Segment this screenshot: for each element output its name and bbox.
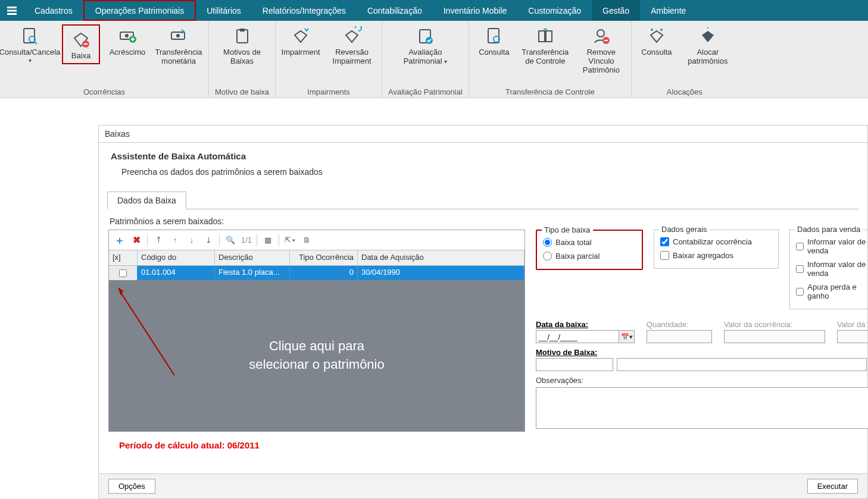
svg-point-24 — [597, 30, 604, 37]
period-label: Período de cálculo atual: 06/2011 — [108, 432, 525, 459]
delete-record-button[interactable]: ✖ — [129, 233, 143, 247]
wizard-title: Assistente de Baixa Automática — [111, 151, 855, 161]
menu-cadastros[interactable]: Cadastros — [24, 0, 83, 21]
ribbon-aloc-alocar[interactable]: Alocar patrimônios — [684, 24, 732, 66]
radio[interactable] — [543, 252, 552, 261]
document-button[interactable]: 🗎 — [299, 233, 314, 247]
chevron-down-icon: ▾ — [292, 237, 295, 243]
svg-rect-22 — [539, 31, 545, 42]
chk-apura[interactable]: Apura perda e ganho — [796, 280, 868, 303]
svg-marker-30 — [702, 31, 714, 42]
menu-operacoes-patrimoniais[interactable]: Operações Patrimoniais — [83, 0, 196, 21]
col-checkbox[interactable]: [x] — [109, 250, 138, 265]
last-page-button[interactable]: ⤓ — [201, 233, 216, 247]
legend: Tipo de baixa — [542, 225, 593, 234]
fld-quantidade: Quantidade: — [647, 320, 712, 343]
chk-label: Informar valor de venda — [807, 260, 868, 278]
panel-footer: Opções Executar — [99, 473, 867, 498]
col-codigo[interactable]: Código do — [138, 250, 215, 265]
table-row[interactable]: 01.01.004 Fiesta 1.0 placa... 0 30/04/19… — [109, 266, 524, 280]
data-baixa-input[interactable] — [536, 330, 619, 343]
diamond-undo-icon — [340, 24, 364, 48]
ribbon-group-label: Impairments — [307, 86, 350, 96]
col-descricao[interactable]: Descrição — [215, 250, 290, 265]
ribbon-reversao-impairment[interactable]: Reversão Impairment — [328, 24, 376, 66]
wizard-tabs: Dados da Baixa — [107, 191, 859, 209]
document-icon: 🗎 — [303, 236, 311, 244]
separator — [219, 234, 220, 246]
money-transfer-icon — [167, 24, 191, 48]
fld-motivo-baixa: Motivo de Baixa: — [536, 348, 867, 371]
ribbon-group-label: Alocações — [667, 86, 702, 96]
ribbon-avaliacao-patrimonial[interactable]: Avaliação Patrimonial ▾ — [401, 24, 449, 66]
executar-button[interactable]: Executar — [807, 479, 858, 494]
calendar-button[interactable]: 📅▾ — [619, 330, 635, 343]
menu-relatorios[interactable]: Relatórios/Integrações — [252, 0, 357, 21]
money-plus-icon — [115, 24, 139, 48]
first-page-button[interactable]: ⤒ — [151, 233, 166, 247]
chk-baixar-agregados[interactable]: Baixar agregados — [660, 249, 772, 262]
add-record-button[interactable]: ＋ — [113, 233, 127, 247]
ribbon-aloc-consulta[interactable]: Consulta — [638, 24, 676, 57]
menu-contabilizacao[interactable]: Contabilização — [357, 0, 433, 21]
ribbon-impairment[interactable]: Impairment — [282, 24, 320, 57]
label: Data da baixa: — [536, 320, 635, 329]
ribbon-group-alocacoes: Consulta Alocar patrimônios Alocações — [632, 21, 738, 98]
search-button[interactable]: 🔍 — [223, 233, 238, 247]
columns-button[interactable]: ▦ — [261, 233, 275, 247]
menu-gestao[interactable]: Gestão — [592, 0, 640, 21]
grid-section-label: Patrimônios a serem baixados: — [99, 209, 867, 230]
radio[interactable] — [543, 238, 552, 247]
ribbon-label: Reversão Impairment — [328, 48, 376, 66]
ribbon-baixa[interactable]: Baixa — [62, 24, 100, 64]
ribbon-label: Consulta — [479, 48, 509, 57]
ribbon-motivos-baixas[interactable]: Motivos de Baixas — [218, 24, 266, 66]
chk-valor-venda-2[interactable]: Informar valor de venda — [796, 258, 868, 280]
ribbon-group-ocorrencias: Consulta/Cancela ▾ Baixa Acréscimo Trans… — [0, 21, 209, 98]
radio-baixa-total[interactable]: Baixa total — [543, 236, 636, 249]
checkbox[interactable] — [119, 269, 127, 277]
opcoes-button[interactable]: Opções — [108, 479, 155, 494]
checkbox[interactable] — [660, 251, 669, 260]
col-tipo-ocorrencia[interactable]: Tipo Ocorrência — [290, 250, 358, 265]
ribbon-label: Remove Vínculo Patrimônio — [577, 48, 625, 75]
tab-dados-baixa[interactable]: Dados da Baixa — [107, 192, 186, 209]
prev-button[interactable]: ↑ — [168, 233, 182, 247]
chk-label: Apura perda e ganho — [807, 283, 868, 300]
svg-rect-26 — [604, 40, 608, 41]
menu-utilitarios[interactable]: Utilitários — [196, 0, 252, 21]
ribbon-acrescimo[interactable]: Acréscimo — [108, 24, 146, 57]
ribbon-group-label: Avaliação Patrimonial — [388, 86, 463, 96]
svg-rect-2 — [7, 13, 17, 15]
checkbox[interactable] — [796, 287, 804, 296]
chk-valor-venda-1[interactable]: Informar valor de venda — [796, 235, 868, 258]
ribbon: Consulta/Cancela ▾ Baixa Acréscimo Trans… — [0, 21, 868, 98]
ribbon-tc-consulta[interactable]: Consulta — [475, 24, 513, 57]
radio-baixa-parcial[interactable]: Baixa parcial — [543, 249, 636, 263]
row-checkbox[interactable] — [109, 266, 138, 280]
checkbox[interactable] — [660, 237, 669, 246]
fld-valor-ocorrencia: Valor da ocorrência: — [724, 320, 825, 343]
ribbon-tc-remove[interactable]: Remove Vínculo Patrimônio — [577, 24, 625, 75]
menu-ambiente[interactable]: Ambiente — [640, 0, 697, 21]
export-button[interactable]: ⇱▾ — [283, 233, 297, 247]
chk-label: Baixar agregados — [673, 251, 733, 260]
observacoes-textarea[interactable] — [536, 387, 868, 429]
menu-customizacao[interactable]: Customização — [517, 0, 592, 21]
svg-rect-23 — [546, 31, 552, 42]
chk-contabilizar[interactable]: Contabilizar ocorrência — [660, 235, 772, 249]
ribbon-label: Motivos de Baixas — [218, 48, 266, 66]
label: Valor da ocorrência: — [724, 320, 825, 329]
next-button[interactable]: ↓ — [185, 233, 199, 247]
motivo-code-input[interactable] — [536, 358, 613, 371]
checkbox[interactable] — [796, 265, 804, 274]
checkbox[interactable] — [796, 242, 804, 251]
ribbon-tc-transf[interactable]: Transferência de Controle — [522, 24, 569, 66]
menu-inventario[interactable]: Inventário Mobile — [433, 0, 518, 21]
ribbon-transf-monetaria[interactable]: Transferência monetária — [155, 24, 202, 66]
ribbon-consulta-cancela[interactable]: Consulta/Cancela ▾ — [6, 24, 54, 64]
motivo-desc-input[interactable] — [617, 358, 867, 371]
app-icon — [0, 0, 24, 21]
col-data-aquisicao[interactable]: Data de Aquisição — [358, 250, 524, 265]
cell-codigo: 01.01.004 — [138, 266, 215, 280]
